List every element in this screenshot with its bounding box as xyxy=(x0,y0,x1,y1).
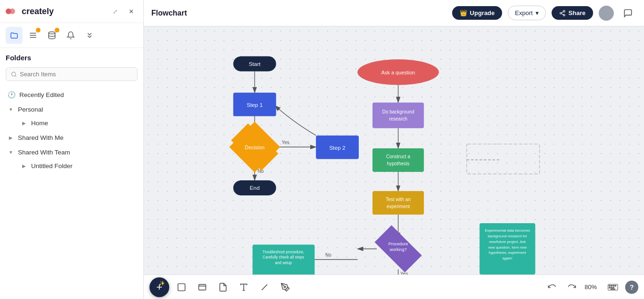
help-label: ? xyxy=(630,283,634,291)
svg-rect-31 xyxy=(233,57,276,72)
card-tool[interactable] xyxy=(194,279,211,296)
add-button[interactable]: + ✨ xyxy=(149,277,169,297)
rectangle-tool[interactable] xyxy=(173,279,190,296)
svg-rect-80 xyxy=(609,287,611,288)
search-input[interactable] xyxy=(20,71,132,78)
creately-logo-icon xyxy=(6,7,19,16)
nav-section-shared-with-me: ▶ Shared With Me xyxy=(6,131,138,145)
card-icon xyxy=(198,283,207,292)
svg-rect-1 xyxy=(9,8,15,14)
bottom-toolbar: + ✨ xyxy=(144,275,644,299)
svg-rect-69 xyxy=(199,284,206,290)
svg-line-73 xyxy=(262,284,267,290)
svg-point-8 xyxy=(563,10,565,12)
svg-text:Do background: Do background xyxy=(382,109,414,114)
tab-notifications[interactable] xyxy=(62,27,79,44)
comment-button[interactable] xyxy=(619,5,636,22)
upgrade-label: Upgrade xyxy=(470,9,495,16)
note-icon xyxy=(218,283,228,292)
svg-text:Ask a question: Ask a question xyxy=(381,70,415,75)
svg-text:hypothesis, experiment: hypothesis, experiment xyxy=(489,251,527,255)
personal-label: Personal xyxy=(18,106,136,113)
export-label: Export xyxy=(515,9,533,16)
layers-icon xyxy=(29,31,37,40)
sidebar-item-personal[interactable]: ▼ Personal xyxy=(6,103,138,116)
svg-rect-81 xyxy=(611,287,612,288)
svg-text:Start: Start xyxy=(249,61,261,67)
expand-button[interactable]: ⤢ xyxy=(108,5,122,18)
line-tool[interactable] xyxy=(256,279,273,296)
tab-folder[interactable] xyxy=(6,27,23,44)
svg-text:Decision: Decision xyxy=(245,145,264,150)
svg-rect-79 xyxy=(615,285,616,286)
team-sub-items: ▶ Untitled Folder xyxy=(6,159,138,173)
export-button[interactable]: Export ▾ xyxy=(508,6,546,20)
text-tool[interactable] xyxy=(235,279,252,296)
bell-icon xyxy=(66,31,75,40)
svg-line-12 xyxy=(561,11,563,12)
help-button[interactable]: ? xyxy=(625,281,638,294)
svg-point-10 xyxy=(563,14,565,16)
sidebar-item-shared-with-me[interactable]: ▶ Shared With Me xyxy=(6,131,138,145)
redo-button[interactable] xyxy=(564,279,581,296)
pen-icon xyxy=(281,283,290,292)
close-sidebar-button[interactable]: ✕ xyxy=(124,5,138,18)
text-icon xyxy=(239,283,248,292)
svg-text:Step 1: Step 1 xyxy=(247,102,263,108)
tab-more[interactable] xyxy=(81,27,98,44)
svg-text:new/future project. Ask: new/future project. Ask xyxy=(489,240,526,244)
svg-line-7 xyxy=(15,75,16,76)
svg-rect-38 xyxy=(316,136,359,159)
keyboard-icon xyxy=(608,283,618,291)
sidebar-item-recently-edited[interactable]: 🕐 Recently Edited xyxy=(6,88,138,102)
nav-section-personal: ▼ Personal ▶ Home xyxy=(6,103,138,130)
svg-rect-50 xyxy=(372,191,424,215)
diagram-title: Flowchart xyxy=(151,9,446,17)
database-icon xyxy=(48,31,56,40)
share-button[interactable]: Share xyxy=(552,6,593,20)
tab-layers[interactable] xyxy=(25,27,41,44)
tab-database[interactable] xyxy=(43,27,60,44)
chevrons-icon xyxy=(85,31,94,40)
sidebar-item-shared-with-team[interactable]: ▼ Shared With Team xyxy=(6,145,138,159)
svg-line-11 xyxy=(561,13,563,14)
arrow-right-icon: ▶ xyxy=(21,121,27,126)
dropdown-icon: ▾ xyxy=(536,9,539,16)
keyboard-button[interactable] xyxy=(604,279,621,296)
svg-text:working?: working? xyxy=(389,247,406,252)
canvas-svg: Yes No No xyxy=(144,26,644,275)
svg-point-5 xyxy=(49,32,55,34)
user-avatar xyxy=(599,6,614,21)
svg-text:Troubleshoot procedure,: Troubleshoot procedure, xyxy=(263,250,305,254)
search-icon xyxy=(11,71,17,78)
line-icon xyxy=(260,283,269,292)
svg-text:and setup: and setup xyxy=(275,261,292,265)
svg-point-74 xyxy=(284,286,286,287)
svg-rect-78 xyxy=(613,285,614,286)
svg-rect-83 xyxy=(611,289,615,289)
svg-text:Yes: Yes xyxy=(400,271,408,275)
svg-rect-47 xyxy=(372,148,424,172)
canvas[interactable]: Yes No No xyxy=(144,26,644,275)
recently-edited-label: Recently Edited xyxy=(19,91,136,98)
folders-title: Folders xyxy=(6,54,138,62)
badge xyxy=(36,28,41,32)
sidebar-content: Folders 🕐 Recently Edited ▼ Persona xyxy=(0,48,143,299)
note-tool[interactable] xyxy=(215,279,231,296)
share-icon xyxy=(559,10,566,16)
sidebar-item-home[interactable]: ▶ Home xyxy=(19,116,138,130)
redo-icon xyxy=(568,283,577,291)
sidebar-item-untitled-folder[interactable]: ▶ Untitled Folder xyxy=(19,159,138,173)
upgrade-button[interactable]: 👑 Upgrade xyxy=(452,6,503,20)
sidebar-tabs xyxy=(0,23,143,48)
arrow-right-icon2: ▶ xyxy=(8,135,14,140)
rect-icon xyxy=(177,283,186,292)
svg-text:experiment: experiment xyxy=(387,204,410,209)
shared-with-team-label: Shared With Team xyxy=(18,149,136,156)
pen-tool[interactable] xyxy=(277,279,294,296)
badge2 xyxy=(55,28,59,32)
svg-text:Procedure: Procedure xyxy=(388,242,408,246)
svg-rect-44 xyxy=(372,103,424,129)
undo-button[interactable] xyxy=(543,279,560,296)
svg-text:Test with an: Test with an xyxy=(386,197,411,202)
